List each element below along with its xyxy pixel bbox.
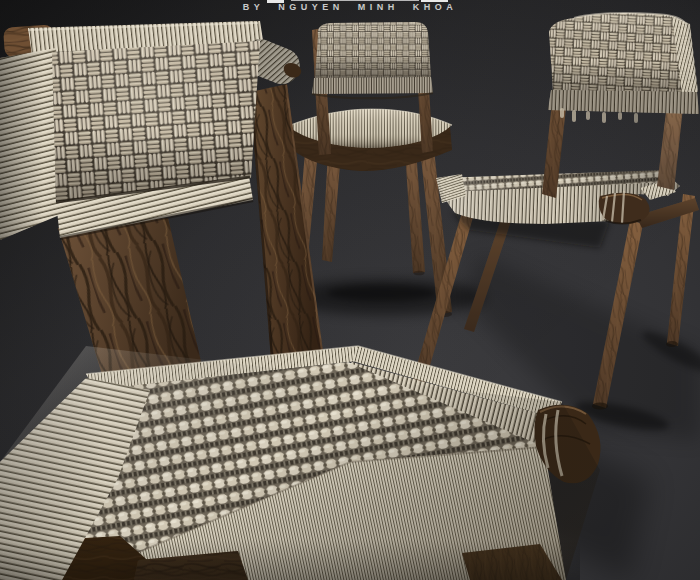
right-chair-backrest xyxy=(548,13,699,123)
credit-text: BY NGUYEN MINH KHOA xyxy=(0,2,700,12)
chairs-render-scene xyxy=(0,0,700,580)
logo-fragment xyxy=(291,0,419,1)
render-stage: BY NGUYEN MINH KHOA xyxy=(0,0,700,580)
middle-chair-backrest xyxy=(312,22,433,98)
